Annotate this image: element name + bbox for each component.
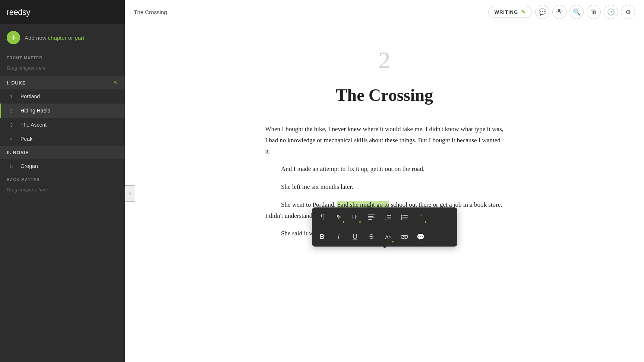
- document-area: ‹ 2 The Crossing When I bought the bike,…: [125, 24, 644, 362]
- toolbar-bold-btn[interactable]: B: [314, 229, 331, 245]
- part-duke-edit-icon[interactable]: ✎: [114, 80, 118, 86]
- chapter-title-portland: Portland: [20, 93, 40, 99]
- topbar-chapter-title: The Crossing: [134, 9, 167, 15]
- settings-icon: ⚙: [625, 8, 631, 16]
- sidebar-collapse-button[interactable]: ‹: [125, 185, 135, 201]
- sidebar: reedsy + Add new chapter or part FRONT M…: [0, 0, 125, 362]
- topbar-right: WRITING ✎ 💬 👁 🔍 🗑 🕐 ⚙: [488, 5, 635, 19]
- writing-mode-label: WRITING: [495, 9, 518, 15]
- comment-icon: 💬: [539, 8, 546, 16]
- add-new-button[interactable]: +: [7, 31, 20, 44]
- toolbar-quote-btn[interactable]: ": [413, 209, 429, 225]
- toolbar-inline-comment-btn[interactable]: 💬: [413, 229, 429, 245]
- paragraph-3: She left me six months later.: [265, 181, 504, 193]
- toolbar-row-1: ¶ ¶s H1 1.: [312, 207, 457, 227]
- toolbar-ordered-list-btn[interactable]: 1. 2. 3.: [380, 209, 396, 225]
- part-duke-title: I. DUKE: [7, 80, 26, 86]
- svg-rect-7: [387, 217, 391, 217]
- svg-rect-0: [368, 215, 375, 215]
- toolbar-row-2: B I U S Ab 💬: [312, 227, 457, 247]
- chapter-item-oregan[interactable]: 5 Oregan: [0, 159, 125, 173]
- chapter-num-2: 2: [10, 108, 16, 114]
- svg-rect-5: [387, 215, 391, 216]
- add-chapter-link[interactable]: chapter: [48, 35, 67, 41]
- chapter-num-1: 1: [10, 94, 16, 99]
- topbar: The Crossing WRITING ✎ 💬 👁 🔍 🗑 🕐 ⚙: [125, 0, 644, 24]
- chapter-number-display: 2: [265, 47, 504, 74]
- svg-rect-1: [368, 216, 373, 217]
- svg-rect-15: [403, 219, 408, 219]
- toolbar-link-btn[interactable]: [396, 229, 413, 245]
- preview-icon: 👁: [556, 8, 563, 16]
- svg-rect-3: [368, 219, 372, 220]
- search-button[interactable]: 🔍: [569, 5, 584, 19]
- chapter-num-5: 5: [10, 163, 16, 169]
- toolbar-underline-btn[interactable]: U: [347, 229, 363, 245]
- chapter-item-portland[interactable]: 1 Portland: [0, 89, 125, 104]
- toolbar-align-btn[interactable]: [363, 209, 380, 225]
- add-part-link[interactable]: part: [75, 35, 84, 41]
- part-rosie-header[interactable]: II. ROSIE: [0, 146, 125, 159]
- toolbar-font-size-btn[interactable]: Ab: [380, 229, 396, 245]
- svg-text:3.: 3.: [385, 218, 386, 220]
- logo: reedsy: [7, 7, 30, 17]
- svg-rect-13: [403, 217, 408, 217]
- chapter-num-3: 3: [10, 122, 16, 128]
- svg-point-14: [401, 218, 402, 220]
- part-duke-header[interactable]: I. DUKE ✎: [0, 76, 125, 89]
- chapter-item-the-ascent[interactable]: 3 The Ascent: [0, 118, 125, 132]
- toolbar-strikethrough-btn[interactable]: S: [363, 229, 380, 245]
- toolbar-italic-btn[interactable]: I: [331, 229, 347, 245]
- add-new-text: Add new chapter or part: [25, 35, 84, 41]
- svg-rect-2: [368, 217, 375, 218]
- paragraph-1: When I bought the bike, I never knew whe…: [265, 124, 504, 157]
- history-button[interactable]: 🕐: [604, 5, 618, 19]
- chapter-title-peak: Peak: [20, 136, 32, 142]
- delete-icon: 🗑: [591, 8, 597, 16]
- chapter-title-hiding-haelo: Hiding Haelo: [20, 108, 50, 114]
- sidebar-header: reedsy: [0, 0, 125, 24]
- svg-point-10: [401, 215, 402, 216]
- svg-rect-11: [403, 215, 408, 216]
- search-icon: 🔍: [573, 8, 581, 16]
- svg-rect-9: [387, 219, 391, 219]
- part-rosie-title: II. ROSIE: [7, 150, 29, 155]
- chapter-title-oregan: Oregan: [20, 163, 38, 169]
- chapter-title-display: The Crossing: [265, 85, 504, 105]
- chapter-item-hiding-haelo[interactable]: 2 Hiding Haelo: [0, 104, 125, 118]
- main-content: The Crossing WRITING ✎ 💬 👁 🔍 🗑 🕐 ⚙: [125, 0, 644, 362]
- writing-edit-icon: ✎: [521, 9, 526, 15]
- history-icon: 🕐: [607, 8, 615, 16]
- writing-mode-button[interactable]: WRITING ✎: [488, 6, 532, 18]
- toolbar-paragraph-sans-btn[interactable]: ¶s: [331, 209, 347, 225]
- chapter-num-4: 4: [10, 136, 16, 142]
- paragraph-2: And I made an attempt to fix it up, get …: [265, 163, 504, 175]
- preview-button[interactable]: 👁: [552, 5, 566, 19]
- front-matter-drag-placeholder: Drag chapter here: [0, 62, 125, 76]
- svg-point-12: [401, 216, 402, 218]
- toolbar-paragraph-btn[interactable]: ¶: [314, 209, 331, 225]
- settings-button[interactable]: ⚙: [621, 5, 635, 19]
- back-matter-drag-placeholder: Drag chapters here: [0, 184, 125, 198]
- toolbar-bullet-list-btn[interactable]: [396, 209, 413, 225]
- chapter-item-peak[interactable]: 4 Peak: [0, 132, 125, 146]
- comment-button[interactable]: 💬: [535, 5, 549, 19]
- add-new-row: + Add new chapter or part: [0, 24, 125, 51]
- toolbar-heading-btn[interactable]: H1: [347, 209, 363, 225]
- front-matter-header: FRONT MATTER: [0, 51, 125, 62]
- chapter-title-the-ascent: The Ascent: [20, 122, 47, 128]
- format-toolbar: ¶ ¶s H1 1.: [312, 207, 457, 247]
- delete-button[interactable]: 🗑: [587, 5, 601, 19]
- document-content: 2 The Crossing When I bought the bike, I…: [258, 47, 511, 340]
- back-matter-header: BACK MATTER: [0, 173, 125, 184]
- highlighted-text: Said she might go to: [337, 201, 389, 208]
